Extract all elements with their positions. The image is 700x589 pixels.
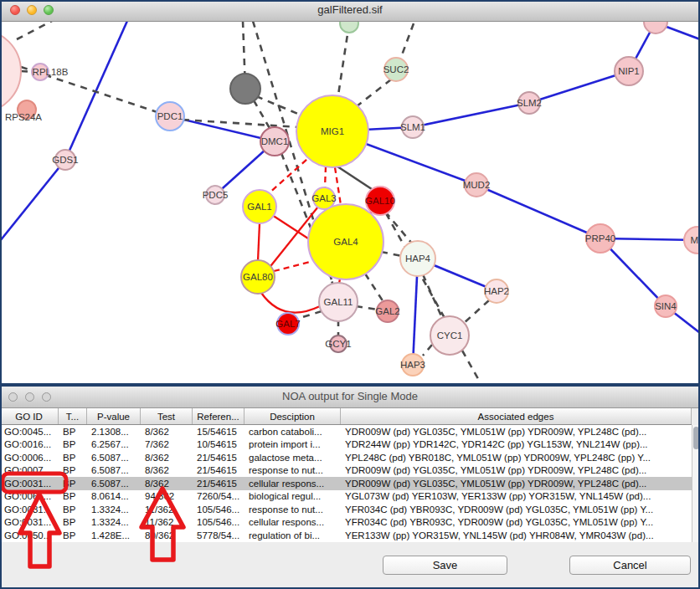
table-cell[interactable]: 21/54615: [193, 453, 244, 463]
table-cell[interactable]: YDR009W (pd) YGL035C, YML051W (pp) YDR00…: [341, 427, 692, 437]
graph-edge-gdash[interactable]: [423, 274, 442, 318]
graph-edge-rdash[interactable]: [274, 262, 310, 271]
table-cell[interactable]: 5778/54...: [193, 530, 244, 540]
table-row[interactable]: GO:0031...BP1.3324...11/362105/546...cel…: [0, 516, 692, 530]
table-cell[interactable]: BP: [59, 479, 87, 489]
table-cell[interactable]: BP: [59, 427, 87, 437]
table-cell[interactable]: 6.5087...: [87, 465, 141, 475]
table-row[interactable]: GO:0016...BP6.2567...7/36210/54615protei…: [0, 438, 692, 452]
table-cell[interactable]: YGL073W (pd) YER103W, YER133W (pp) YOR31…: [341, 491, 692, 501]
table-cell[interactable]: protein import i...: [244, 439, 341, 449]
column-header-p-value[interactable]: P-value: [87, 408, 141, 424]
table-cell[interactable]: 6.2567...: [87, 439, 141, 449]
table-cell[interactable]: 105/546...: [193, 517, 244, 527]
table-cell[interactable]: 105/546...: [193, 504, 244, 515]
network-graph[interactable]: RPL18BRPS24AGDS1PDC1DMC1MIG1SUC2SLM1SLM2…: [0, 21, 700, 383]
table-row[interactable]: GO:0031...BP6.5087...8/36221/54615cellul…: [0, 477, 692, 490]
graph-edge-gdash[interactable]: [17, 21, 52, 39]
table-cell[interactable]: GO:0007...: [0, 465, 59, 475]
table-cell[interactable]: 1.3324...: [87, 504, 141, 515]
table-cell[interactable]: GO:0050...: [0, 530, 59, 540]
table-cell[interactable]: response to nut...: [244, 504, 341, 515]
scrollbar-thumb[interactable]: [693, 427, 699, 449]
column-header-test[interactable]: Test: [141, 408, 193, 424]
graph-edge-gdash[interactable]: [423, 345, 432, 356]
table-cell[interactable]: YDR009W (pd) YGL035C, YML051W (pp) YDR00…: [341, 465, 692, 475]
table-cell[interactable]: GO:0031...: [0, 504, 59, 515]
network-canvas[interactable]: RPL18BRPS24AGDS1PDC1DMC1MIG1SUC2SLM1SLM2…: [0, 21, 700, 383]
table-cell[interactable]: GO:0031...: [0, 479, 59, 489]
table-cell[interactable]: BP: [59, 465, 87, 475]
table-cell[interactable]: galactose meta...: [244, 453, 341, 463]
table-cell[interactable]: carbon cataboli...: [244, 427, 341, 437]
column-header-t-[interactable]: T...: [59, 408, 87, 424]
table-cell[interactable]: 8/362: [141, 427, 193, 437]
table-row[interactable]: GO:0007...BP6.5087...8/36221/54615respon…: [0, 464, 692, 478]
graph-edge-gdash[interactable]: [400, 23, 414, 59]
table-cell[interactable]: YDR244W (pp) YDR142C, YDR142C (pp) YGL15…: [341, 439, 692, 449]
table-cell[interactable]: 1.428E...: [87, 530, 141, 540]
graph-node[interactable]: [644, 21, 667, 33]
table-cell[interactable]: BP: [59, 491, 87, 501]
table-cell[interactable]: 7/362: [141, 439, 193, 449]
table-cell[interactable]: YER133W (pp) YOR315W, YNL145W (pd) YHR08…: [341, 530, 692, 540]
table-cell[interactable]: BP: [59, 453, 87, 463]
table-cell[interactable]: BP: [59, 439, 87, 449]
table-cell[interactable]: 7260/54...: [193, 491, 244, 501]
graph-edge-red[interactable]: [272, 215, 311, 240]
table-cell[interactable]: 2.1308...: [87, 427, 141, 437]
table-cell[interactable]: GO:0045...: [0, 427, 59, 437]
table-cell[interactable]: 6.5087...: [87, 479, 141, 489]
table-cell[interactable]: 80/362: [141, 530, 193, 540]
save-button[interactable]: Save: [383, 556, 507, 575]
table-row[interactable]: GO:0065...BP8.0614...94/3627260/54...bio…: [0, 490, 692, 504]
table-cell[interactable]: 1.3324...: [87, 517, 141, 527]
table-cell[interactable]: BP: [59, 530, 87, 540]
table-cell[interactable]: 21/54615: [193, 479, 244, 489]
table-cell[interactable]: YPL248C (pd) YBR018C, YML051W (pp) YDR00…: [341, 453, 692, 463]
graph-node[interactable]: [340, 21, 358, 33]
table-cell[interactable]: YFR034C (pd) YBR093C, YDR009W (pd) YGL03…: [341, 504, 692, 515]
table-cell[interactable]: YFR034C (pd) YBR093C, YDR009W (pd) YGL03…: [341, 517, 692, 527]
graph-edge-gdash[interactable]: [381, 252, 402, 256]
table-row[interactable]: GO:0031...BP1.3324...11/362105/546...res…: [0, 503, 692, 516]
table-cell[interactable]: biological regul...: [244, 491, 341, 501]
table-cell[interactable]: GO:0006...: [0, 453, 59, 463]
table-cell[interactable]: GO:0065...: [0, 491, 59, 501]
cancel-button[interactable]: Cancel: [569, 556, 691, 575]
table-cell[interactable]: YDR009W (pd) YGL035C, YML051W (pp) YDR00…: [341, 479, 692, 489]
graph-edge-gdash[interactable]: [337, 23, 349, 100]
table-cell[interactable]: GO:0031...: [0, 517, 59, 527]
table-cell[interactable]: GO:0016...: [0, 439, 59, 449]
graph-edge-red[interactable]: [258, 223, 260, 261]
column-header-desciption[interactable]: Desciption: [244, 408, 341, 424]
graph-node[interactable]: [230, 74, 260, 104]
table-row[interactable]: GO:0006...BP6.5087...8/36221/54615galact…: [0, 451, 692, 464]
graph-edge-blue[interactable]: [529, 71, 629, 103]
table-cell[interactable]: 8/362: [141, 479, 193, 489]
table-cell[interactable]: 11/362: [141, 504, 193, 515]
table-cell[interactable]: 10/54615: [193, 439, 244, 449]
graph-edge-blue[interactable]: [65, 21, 127, 160]
graph-edge-gdash[interactable]: [357, 79, 391, 106]
table-cell[interactable]: regulation of bi...: [244, 530, 341, 540]
graph-edge-gdash[interactable]: [385, 212, 412, 243]
graph-edge-blue[interactable]: [476, 185, 600, 238]
table-cell[interactable]: cellular respons...: [244, 479, 341, 489]
graph-edge-red[interactable]: [261, 293, 320, 313]
table-body[interactable]: GO:0045...BP2.1308...8/36215/54615carbon…: [0, 425, 692, 542]
table-cell[interactable]: 8.0614...: [87, 491, 141, 501]
graph-edge-gdash[interactable]: [365, 274, 383, 302]
table-row[interactable]: GO:0045...BP2.1308...8/36215/54615carbon…: [0, 425, 692, 438]
table-cell[interactable]: 6.5087...: [87, 453, 141, 463]
graph-node[interactable]: [0, 29, 21, 113]
table-cell[interactable]: BP: [59, 517, 87, 527]
table-cell[interactable]: 8/362: [141, 453, 193, 463]
column-header-go-id[interactable]: GO ID: [0, 408, 59, 424]
vertical-scrollbar[interactable]: [692, 425, 700, 542]
graph-edge-blue[interactable]: [0, 160, 65, 241]
table-row[interactable]: GO:0050...BP1.428E...80/3625778/54...reg…: [0, 529, 692, 542]
graph-edge-gdash[interactable]: [462, 351, 481, 383]
graph-edge-rdash[interactable]: [268, 153, 314, 194]
table-cell[interactable]: 21/54615: [193, 465, 244, 475]
